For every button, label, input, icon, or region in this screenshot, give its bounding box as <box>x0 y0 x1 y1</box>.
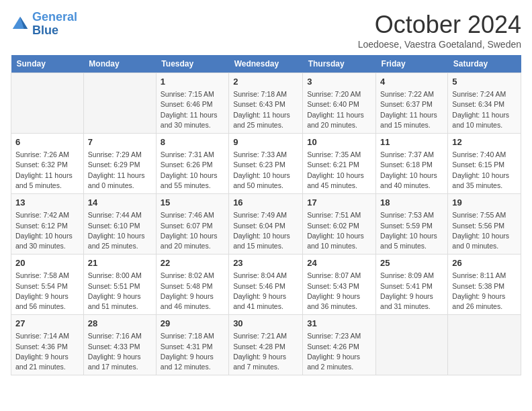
day-number: 30 <box>233 318 298 330</box>
day-number: 5 <box>452 76 517 88</box>
day-info: Sunrise: 7:58 AM Sunset: 5:54 PM Dayligh… <box>15 271 79 312</box>
weekday-header-monday: Monday <box>83 55 156 73</box>
day-number: 22 <box>161 257 224 269</box>
day-info: Sunrise: 7:15 AM Sunset: 6:46 PM Dayligh… <box>161 89 224 130</box>
day-info: Sunrise: 8:09 AM Sunset: 5:41 PM Dayligh… <box>380 271 443 312</box>
day-info: Sunrise: 8:02 AM Sunset: 5:48 PM Dayligh… <box>161 271 224 312</box>
day-info: Sunrise: 8:07 AM Sunset: 5:43 PM Dayligh… <box>307 271 371 312</box>
day-number: 17 <box>307 197 371 209</box>
day-number: 13 <box>15 197 79 209</box>
calendar-cell: 6Sunrise: 7:26 AM Sunset: 6:32 PM Daylig… <box>11 134 84 194</box>
day-number: 14 <box>88 197 152 209</box>
calendar-cell: 3Sunrise: 7:20 AM Sunset: 6:40 PM Daylig… <box>303 73 376 134</box>
calendar-table: SundayMondayTuesdayWednesdayThursdayFrid… <box>11 55 521 375</box>
weekday-header-saturday: Saturday <box>448 55 521 73</box>
calendar-cell: 30Sunrise: 7:21 AM Sunset: 4:28 PM Dayli… <box>229 315 303 375</box>
calendar-cell <box>11 73 84 134</box>
day-number: 16 <box>233 197 298 209</box>
day-number: 6 <box>15 136 79 148</box>
calendar-cell: 17Sunrise: 7:51 AM Sunset: 6:02 PM Dayli… <box>303 194 376 255</box>
calendar-cell: 10Sunrise: 7:35 AM Sunset: 6:21 PM Dayli… <box>303 134 376 194</box>
calendar-cell: 19Sunrise: 7:55 AM Sunset: 5:56 PM Dayli… <box>448 194 521 255</box>
calendar-cell: 22Sunrise: 8:02 AM Sunset: 5:48 PM Dayli… <box>156 255 228 315</box>
day-number: 1 <box>161 76 224 88</box>
calendar-cell: 28Sunrise: 7:16 AM Sunset: 4:33 PM Dayli… <box>83 315 156 375</box>
month-title: October 2024 <box>358 11 521 39</box>
calendar-cell: 4Sunrise: 7:22 AM Sunset: 6:37 PM Daylig… <box>376 73 448 134</box>
day-info: Sunrise: 7:51 AM Sunset: 6:02 PM Dayligh… <box>307 210 371 251</box>
day-number: 8 <box>161 136 224 148</box>
day-info: Sunrise: 7:14 AM Sunset: 4:36 PM Dayligh… <box>15 331 79 372</box>
calendar-cell: 27Sunrise: 7:14 AM Sunset: 4:36 PM Dayli… <box>11 315 84 375</box>
calendar-week-row: 13Sunrise: 7:42 AM Sunset: 6:12 PM Dayli… <box>11 194 521 255</box>
day-info: Sunrise: 7:26 AM Sunset: 6:32 PM Dayligh… <box>15 150 79 191</box>
calendar-cell: 20Sunrise: 7:58 AM Sunset: 5:54 PM Dayli… <box>11 255 84 315</box>
day-info: Sunrise: 8:04 AM Sunset: 5:46 PM Dayligh… <box>233 271 298 312</box>
day-info: Sunrise: 7:29 AM Sunset: 6:29 PM Dayligh… <box>88 150 152 191</box>
day-info: Sunrise: 7:24 AM Sunset: 6:34 PM Dayligh… <box>452 89 517 130</box>
calendar-cell: 24Sunrise: 8:07 AM Sunset: 5:43 PM Dayli… <box>303 255 376 315</box>
day-info: Sunrise: 7:49 AM Sunset: 6:04 PM Dayligh… <box>233 210 298 251</box>
day-number: 9 <box>233 136 298 148</box>
calendar-cell: 7Sunrise: 7:29 AM Sunset: 6:29 PM Daylig… <box>83 134 156 194</box>
day-number: 29 <box>161 318 224 330</box>
calendar-cell: 29Sunrise: 7:18 AM Sunset: 4:31 PM Dayli… <box>156 315 228 375</box>
day-info: Sunrise: 7:23 AM Sunset: 4:26 PM Dayligh… <box>307 331 371 372</box>
day-number: 11 <box>380 136 443 148</box>
calendar-cell: 16Sunrise: 7:49 AM Sunset: 6:04 PM Dayli… <box>229 194 303 255</box>
calendar-cell: 9Sunrise: 7:33 AM Sunset: 6:23 PM Daylig… <box>229 134 303 194</box>
day-number: 25 <box>380 257 443 269</box>
day-info: Sunrise: 7:55 AM Sunset: 5:56 PM Dayligh… <box>452 210 517 251</box>
calendar-cell: 11Sunrise: 7:37 AM Sunset: 6:18 PM Dayli… <box>376 134 448 194</box>
day-number: 7 <box>88 136 152 148</box>
calendar-cell <box>83 73 156 134</box>
calendar-cell: 25Sunrise: 8:09 AM Sunset: 5:41 PM Dayli… <box>376 255 448 315</box>
calendar-cell: 13Sunrise: 7:42 AM Sunset: 6:12 PM Dayli… <box>11 194 84 255</box>
calendar-cell: 1Sunrise: 7:15 AM Sunset: 6:46 PM Daylig… <box>156 73 228 134</box>
day-info: Sunrise: 7:46 AM Sunset: 6:07 PM Dayligh… <box>161 210 224 251</box>
calendar-cell: 23Sunrise: 8:04 AM Sunset: 5:46 PM Dayli… <box>229 255 303 315</box>
day-number: 19 <box>452 197 517 209</box>
day-info: Sunrise: 7:42 AM Sunset: 6:12 PM Dayligh… <box>15 210 79 251</box>
day-info: Sunrise: 7:37 AM Sunset: 6:18 PM Dayligh… <box>380 150 443 191</box>
weekday-header-sunday: Sunday <box>11 55 84 73</box>
day-number: 20 <box>15 257 79 269</box>
day-number: 2 <box>233 76 298 88</box>
day-info: Sunrise: 7:35 AM Sunset: 6:21 PM Dayligh… <box>307 150 371 191</box>
weekday-header-tuesday: Tuesday <box>156 55 228 73</box>
calendar-cell <box>376 315 448 375</box>
day-number: 10 <box>307 136 371 148</box>
calendar-cell: 8Sunrise: 7:31 AM Sunset: 6:26 PM Daylig… <box>156 134 228 194</box>
weekday-header-friday: Friday <box>376 55 448 73</box>
day-number: 27 <box>15 318 79 330</box>
calendar-cell: 5Sunrise: 7:24 AM Sunset: 6:34 PM Daylig… <box>448 73 521 134</box>
day-number: 31 <box>307 318 371 330</box>
calendar-week-row: 27Sunrise: 7:14 AM Sunset: 4:36 PM Dayli… <box>11 315 521 375</box>
logo-text: General Blue <box>32 11 77 38</box>
day-info: Sunrise: 7:20 AM Sunset: 6:40 PM Dayligh… <box>307 89 371 130</box>
day-info: Sunrise: 7:18 AM Sunset: 4:31 PM Dayligh… <box>161 331 224 372</box>
day-info: Sunrise: 7:21 AM Sunset: 4:28 PM Dayligh… <box>233 331 298 372</box>
day-info: Sunrise: 7:40 AM Sunset: 6:15 PM Dayligh… <box>452 150 517 191</box>
day-info: Sunrise: 7:16 AM Sunset: 4:33 PM Dayligh… <box>88 331 152 372</box>
calendar-cell: 26Sunrise: 8:11 AM Sunset: 5:38 PM Dayli… <box>448 255 521 315</box>
calendar-week-row: 20Sunrise: 7:58 AM Sunset: 5:54 PM Dayli… <box>11 255 521 315</box>
day-number: 23 <box>233 257 298 269</box>
calendar-cell: 14Sunrise: 7:44 AM Sunset: 6:10 PM Dayli… <box>83 194 156 255</box>
calendar-cell <box>448 315 521 375</box>
day-info: Sunrise: 7:18 AM Sunset: 6:43 PM Dayligh… <box>233 89 298 130</box>
logo: General Blue <box>11 11 77 38</box>
weekday-header-row: SundayMondayTuesdayWednesdayThursdayFrid… <box>11 55 521 73</box>
day-number: 21 <box>88 257 152 269</box>
location: Loedoese, Vaestra Goetaland, Sweden <box>358 39 521 50</box>
calendar-cell: 12Sunrise: 7:40 AM Sunset: 6:15 PM Dayli… <box>448 134 521 194</box>
day-info: Sunrise: 7:53 AM Sunset: 5:59 PM Dayligh… <box>380 210 443 251</box>
weekday-header-wednesday: Wednesday <box>229 55 303 73</box>
day-info: Sunrise: 7:33 AM Sunset: 6:23 PM Dayligh… <box>233 150 298 191</box>
calendar-week-row: 1Sunrise: 7:15 AM Sunset: 6:46 PM Daylig… <box>11 73 521 134</box>
calendar-cell: 21Sunrise: 8:00 AM Sunset: 5:51 PM Dayli… <box>83 255 156 315</box>
day-number: 3 <box>307 76 371 88</box>
calendar-week-row: 6Sunrise: 7:26 AM Sunset: 6:32 PM Daylig… <box>11 134 521 194</box>
calendar-cell: 31Sunrise: 7:23 AM Sunset: 4:26 PM Dayli… <box>303 315 376 375</box>
day-info: Sunrise: 7:31 AM Sunset: 6:26 PM Dayligh… <box>161 150 224 191</box>
